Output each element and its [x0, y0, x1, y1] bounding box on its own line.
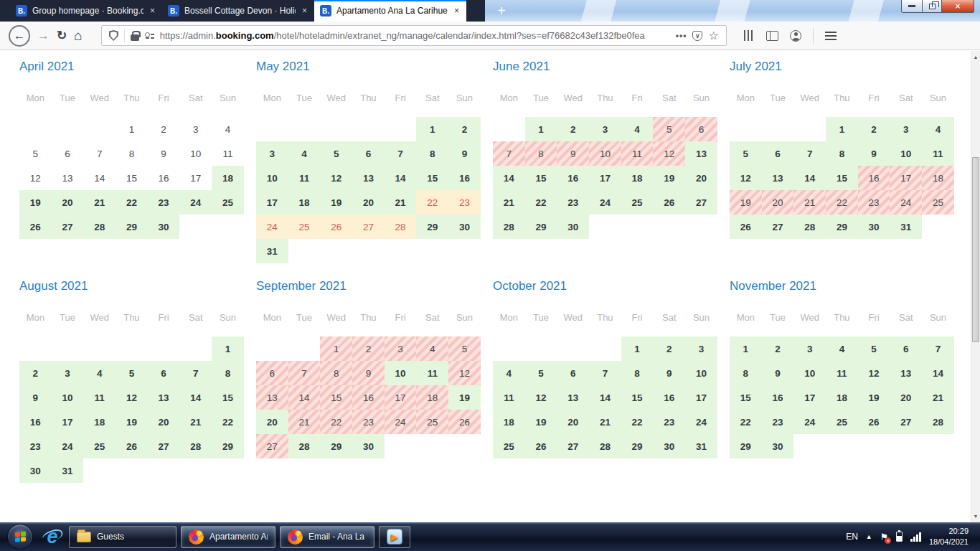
day-cell[interactable]: 25 — [416, 410, 448, 434]
tab-close-icon[interactable]: × — [453, 6, 461, 16]
network-signal-icon[interactable] — [910, 532, 921, 542]
day-cell[interactable]: 14 — [793, 166, 826, 190]
day-cell[interactable]: 1 — [730, 336, 762, 361]
day-cell[interactable]: 29 — [416, 215, 448, 239]
day-cell[interactable]: 9 — [448, 141, 481, 166]
day-cell[interactable]: 27 — [256, 434, 288, 458]
day-cell[interactable]: 10 — [793, 361, 826, 385]
day-cell[interactable]: 21 — [179, 410, 212, 434]
day-cell[interactable]: 15 — [116, 166, 148, 190]
new-tab-button[interactable]: + — [491, 0, 512, 22]
day-cell[interactable]: 10 — [685, 361, 717, 385]
day-cell[interactable]: 12 — [116, 385, 148, 410]
url-bar[interactable]: https://admin.booking.com/hotel/hoteladm… — [101, 25, 727, 46]
day-cell[interactable]: 1 — [320, 336, 352, 361]
hidden-icons-chevron[interactable]: ▲ — [866, 533, 872, 540]
internet-explorer-icon[interactable]: e — [40, 524, 65, 550]
day-cell[interactable]: 3 — [385, 336, 417, 361]
day-cell[interactable]: 29 — [320, 434, 352, 458]
day-cell[interactable]: 20 — [685, 166, 717, 190]
day-cell[interactable]: 5 — [116, 361, 148, 385]
day-cell[interactable]: 20 — [148, 410, 180, 434]
day-cell[interactable]: 12 — [448, 361, 481, 385]
day-cell[interactable]: 25 — [83, 434, 116, 458]
day-cell[interactable]: 26 — [448, 410, 481, 434]
day-cell[interactable]: 25 — [288, 215, 321, 239]
day-cell[interactable]: 4 — [922, 117, 954, 141]
start-button[interactable] — [7, 524, 33, 550]
day-cell[interactable]: 20 — [52, 190, 84, 215]
day-cell[interactable]: 29 — [621, 434, 654, 458]
day-cell[interactable]: 18 — [493, 410, 525, 434]
day-cell[interactable]: 17 — [793, 385, 826, 410]
day-cell[interactable]: 21 — [288, 410, 321, 434]
day-cell[interactable]: 22 — [212, 410, 244, 434]
language-indicator[interactable]: EN — [846, 532, 858, 542]
day-cell[interactable]: 2 — [19, 361, 52, 385]
day-cell[interactable]: 15 — [212, 385, 244, 410]
day-cell[interactable]: 24 — [685, 410, 717, 434]
day-cell[interactable]: 30 — [858, 215, 890, 239]
day-cell[interactable]: 27 — [685, 190, 717, 215]
day-cell[interactable]: 29 — [525, 215, 557, 239]
day-cell[interactable]: 25 — [922, 190, 954, 215]
day-cell[interactable]: 3 — [589, 117, 621, 141]
day-cell[interactable]: 12 — [19, 166, 52, 190]
close-button[interactable]: × — [941, 0, 974, 13]
day-cell[interactable]: 2 — [653, 336, 685, 361]
day-cell[interactable]: 11 — [212, 141, 244, 166]
day-cell[interactable]: 27 — [148, 434, 180, 458]
battery-icon[interactable] — [896, 532, 903, 542]
day-cell[interactable]: 22 — [621, 410, 654, 434]
day-cell[interactable]: 31 — [685, 434, 717, 458]
day-cell[interactable]: 26 — [320, 215, 352, 239]
day-cell[interactable]: 11 — [826, 361, 858, 385]
day-cell[interactable]: 3 — [179, 117, 212, 141]
day-cell[interactable]: 4 — [621, 117, 654, 141]
permissions-icon[interactable] — [145, 32, 154, 39]
day-cell[interactable]: 14 — [83, 166, 116, 190]
day-cell[interactable]: 21 — [589, 410, 621, 434]
day-cell[interactable]: 27 — [890, 410, 922, 434]
day-cell[interactable]: 21 — [83, 190, 116, 215]
browser-tab[interactable]: B.Group homepage · Booking.co× — [10, 0, 162, 22]
day-cell[interactable]: 8 — [730, 361, 762, 385]
day-cell[interactable]: 6 — [685, 117, 717, 141]
day-cell[interactable]: 24 — [179, 190, 212, 215]
day-cell[interactable]: 28 — [922, 410, 954, 434]
day-cell[interactable]: 19 — [653, 166, 685, 190]
taskbar-button-email-ana-la-ca[interactable]: Email - Ana La Ca... — [280, 526, 374, 548]
day-cell[interactable]: 6 — [52, 141, 84, 166]
day-cell[interactable]: 4 — [83, 361, 116, 385]
day-cell[interactable]: 1 — [621, 336, 654, 361]
day-cell[interactable]: 8 — [826, 141, 858, 166]
account-icon[interactable] — [790, 30, 801, 42]
day-cell[interactable]: 12 — [320, 166, 352, 190]
day-cell[interactable]: 2 — [148, 117, 180, 141]
day-cell[interactable]: 31 — [890, 215, 922, 239]
forward-button[interactable]: → — [37, 29, 50, 42]
day-cell[interactable]: 1 — [826, 117, 858, 141]
url-text[interactable]: https://admin.booking.com/hotel/hoteladm… — [160, 30, 670, 41]
day-cell[interactable]: 6 — [762, 141, 794, 166]
day-cell[interactable]: 8 — [212, 361, 244, 385]
taskbar-button-wmp[interactable]: ▶ — [379, 526, 410, 548]
day-cell[interactable]: 20 — [557, 410, 589, 434]
day-cell[interactable]: 1 — [212, 336, 244, 361]
day-cell[interactable]: 18 — [922, 166, 954, 190]
day-cell[interactable]: 19 — [320, 190, 352, 215]
day-cell[interactable]: 13 — [352, 166, 385, 190]
day-cell[interactable]: 30 — [762, 434, 794, 458]
day-cell[interactable]: 24 — [256, 215, 288, 239]
day-cell[interactable]: 19 — [19, 190, 52, 215]
day-cell[interactable]: 5 — [525, 361, 557, 385]
day-cell[interactable]: 24 — [385, 410, 417, 434]
scroll-down-arrow[interactable]: ▼ — [971, 511, 980, 522]
day-cell[interactable]: 21 — [385, 190, 417, 215]
day-cell[interactable]: 6 — [352, 141, 385, 166]
day-cell[interactable]: 10 — [890, 141, 922, 166]
day-cell[interactable]: 22 — [416, 190, 448, 215]
day-cell[interactable]: 2 — [858, 117, 890, 141]
day-cell[interactable]: 4 — [826, 336, 858, 361]
day-cell[interactable]: 1 — [416, 117, 448, 141]
